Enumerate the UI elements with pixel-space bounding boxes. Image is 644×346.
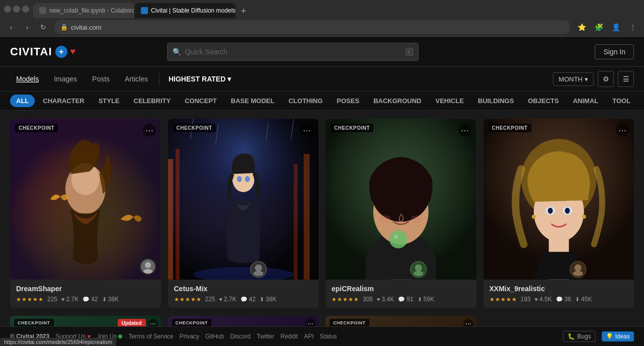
card-art-dreamshaper [10,119,161,280]
model-card-epicrealism[interactable]: CHECKPOINT ⋯ epiCRealism ★★★★★ 305 ♥ 3.4… [326,119,476,308]
svg-point-4 [143,269,152,274]
logo-heart-icon[interactable]: ♥ [70,46,76,57]
logo-plus-button[interactable]: + [55,46,67,58]
tab-all[interactable]: ALL [10,95,35,107]
comments-cetusmix: 💬 42 [240,296,256,303]
card-stats-epicrealism: ★★★★★ 305 ♥ 3.4K 💬 91 ⬇ 59K [332,296,470,303]
sort-button[interactable]: HIGHEST RATED ▾ [165,72,235,86]
checkpoint-badge-dreamshaper: CHECKPOINT [15,124,58,132]
browser-chrome: new_colab_file.ipynb - Colabora... ✕ Civ… [0,0,644,37]
svg-point-33 [415,265,422,272]
tab-concept[interactable]: CONCEPT [179,95,223,107]
nav-models[interactable]: Models [10,72,45,86]
downloads-xxmix: ⬇ 45K [575,296,592,303]
tab-buildings[interactable]: BUILDINGS [472,95,520,107]
model-card-xxmix[interactable]: CHECKPOINT ⋯ XXMix_9realistic ★★★★★ 193 … [484,119,634,308]
card-menu-dreamshaper[interactable]: ⋯ [143,124,156,137]
bugs-button[interactable]: 🐛 Bugs [563,331,595,342]
comments-dreamshaper: 💬 42 [83,296,98,303]
menu-btn[interactable]: ⋮ [626,20,640,34]
svg-point-31 [394,235,398,239]
ideas-icon: 💡 [606,333,613,340]
footer-privacy[interactable]: Privacy [180,333,199,340]
svg-rect-9 [303,154,309,280]
model-card-cetusmix[interactable]: CHECKPOINT ⋯ Cetus-Mix ★★★★★ 225 ♥ 2.7K … [168,119,319,308]
footer-right: 🐛 Bugs 💡 Ideas [563,331,634,342]
nav-images[interactable]: Images [48,72,83,86]
ideas-button[interactable]: 💡 Ideas [602,331,634,341]
logo[interactable]: CIVITAI + ♥ [10,45,75,58]
browser-tab-1[interactable]: new_colab_file.ipynb - Colabora... ✕ [33,3,134,18]
browser-tab-2[interactable]: Civitai | Stable Diffusion models... ✕ [135,3,235,18]
nav-articles[interactable]: Articles [119,72,154,86]
tab-background[interactable]: BACKGROUND [367,95,427,107]
tab-animal[interactable]: ANIMAL [567,95,605,107]
url-text: civitai.com [71,24,102,31]
back-button[interactable]: ‹ [4,20,18,34]
checkpoint-badge-xxmix: CHECKPOINT [489,124,531,132]
model-card-dreamshaper[interactable]: CHECKPOINT ⋯ DreamShaper ★★★★★ 225 ♥ 2.7… [10,119,161,308]
tab-objects[interactable]: OBJECTS [522,95,565,107]
extensions-btn[interactable]: 🧩 [592,20,606,34]
site-header: CIVITAI + ♥ 🔍 Quick Search / Sign In [0,37,644,67]
sort-chevron-icon: ▾ [227,75,231,83]
tab-action[interactable]: ACTION [638,95,644,107]
card-menu-epicrealism[interactable]: ⋯ [458,124,471,137]
card-info-xxmix: XXMix_9realistic ★★★★★ 193 ♥ 4.5K 💬 36 ⬇… [484,280,634,308]
tab-poses[interactable]: POSES [331,95,365,107]
bug-icon: 🐛 [568,333,575,340]
card-info-cetusmix: Cetus-Mix ★★★★★ 225 ♥ 2.7K 💬 42 ⬇ 38K [168,280,319,308]
card-image-dreamshaper: CHECKPOINT ⋯ [10,119,161,280]
sign-in-button[interactable]: Sign In [595,44,634,59]
period-button[interactable]: MONTH ▾ [553,72,594,86]
bottom-badge-3: CHECKPOINT [330,319,369,327]
footer-github[interactable]: GitHub [205,333,224,340]
footer-discord[interactable]: Discord [230,333,251,340]
tab-character[interactable]: CHARACTER [37,95,90,107]
browser-tabs: new_colab_file.ipynb - Colabora... ✕ Civ… [33,0,640,18]
window-close-btn[interactable] [4,6,11,13]
tab-base-model[interactable]: BASE MODEL [225,95,281,107]
tab-vehicle[interactable]: VEHICLE [429,95,469,107]
card-stars-cetusmix: ★★★★★ [174,296,201,303]
profile-btn[interactable]: 👤 [609,20,623,34]
tab-style[interactable]: STYLE [93,95,126,107]
likes-xxmix: ♥ 4.5K [535,296,552,303]
footer-twitter[interactable]: Twitter [257,333,274,340]
footer-tos[interactable]: Terms of Service [128,333,173,340]
nav-posts[interactable]: Posts [86,72,116,86]
svg-point-41 [547,208,552,214]
filter-bar: Models Images Posts Articles HIGHEST RAT… [0,67,644,92]
new-tab-button[interactable]: + [236,4,251,18]
window-minimize-btn[interactable] [13,6,20,13]
bookmark-btn[interactable]: ⭐ [575,20,589,34]
filter-options-button[interactable]: ⚙ [598,71,614,87]
footer-api[interactable]: API [304,333,313,340]
svg-point-44 [582,215,586,219]
card-stars-xxmix: ★★★★★ [490,296,517,303]
card-avatar-dreamshaper [140,258,156,275]
card-image-epicrealism: CHECKPOINT ⋯ [326,119,476,280]
url-bar[interactable]: 🔒 civitai.com [54,20,571,34]
tab-celebrity[interactable]: CELEBRITY [128,95,177,107]
filter-divider [159,73,159,85]
card-menu-cetusmix[interactable]: ⋯ [300,124,313,137]
reload-button[interactable]: ↻ [36,20,50,34]
comments-epicrealism: 💬 91 [398,296,413,303]
forward-button[interactable]: › [20,20,34,34]
header-right: Sign In [595,44,634,59]
window-maximize-btn[interactable] [22,6,29,13]
card-menu-xxmix[interactable]: ⋯ [616,124,629,137]
footer-status[interactable]: Status [320,333,337,340]
search-bar[interactable]: 🔍 Quick Search / [167,43,419,61]
tab-tool[interactable]: TOOL [606,95,636,107]
svg-point-42 [565,208,570,214]
status-url-bar: https://civitai.com/models/25694/epicrea… [0,338,116,346]
layout-toggle-button[interactable]: ☰ [618,71,634,87]
footer-reddit[interactable]: Reddit [280,333,298,340]
rating-count-xxmix: 193 [521,296,531,303]
card-info-epicrealism: epiCRealism ★★★★★ 305 ♥ 3.4K 💬 91 ⬇ 59K [326,280,476,308]
tab-clothing[interactable]: CLOTHING [282,95,329,107]
likes-epicrealism: ♥ 3.4K [377,296,394,303]
checkpoint-badge-epicrealism: CHECKPOINT [331,124,373,132]
